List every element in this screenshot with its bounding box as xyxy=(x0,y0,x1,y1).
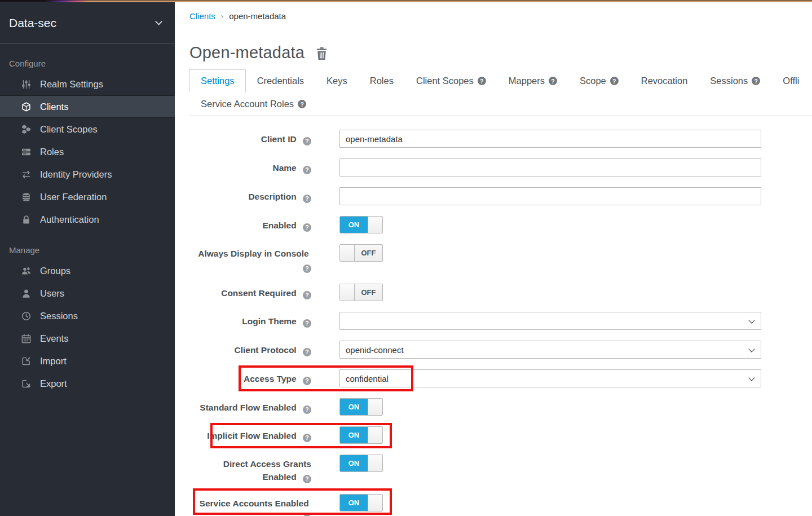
toggle-on-label: ON xyxy=(340,455,368,471)
tab-sessions[interactable]: Sessions? xyxy=(699,69,771,92)
settings-form: Client ID ?Name ?Description ?Enabled ?O… xyxy=(189,130,812,516)
tab-mappers[interactable]: Mappers? xyxy=(497,69,568,92)
field-control xyxy=(339,130,761,148)
field-label: Access Type ? xyxy=(189,369,311,385)
form-row-enabled: Enabled ?ON xyxy=(189,216,812,233)
select-value: confidential xyxy=(346,374,389,383)
sidebar-section-title: Configure xyxy=(9,59,175,68)
select-value: openid-connect xyxy=(346,345,404,355)
service-accounts-enabled-toggle[interactable]: ON xyxy=(339,494,383,511)
field-control: ON xyxy=(339,216,761,233)
form-row-service-accounts-enabled: Service Accounts Enabled ?ON xyxy=(189,494,812,516)
sidebar-item-sessions[interactable]: Sessions xyxy=(0,305,175,327)
cube-icon xyxy=(21,102,31,112)
tab-credentials[interactable]: Credentials xyxy=(246,69,315,92)
realm-selector[interactable]: Data-sec xyxy=(0,2,175,44)
sidebar-item-label: Authentication xyxy=(40,214,99,225)
field-label: Enabled ? xyxy=(189,216,311,232)
field-control: ON xyxy=(339,426,761,444)
toggle-on-label: ON xyxy=(340,495,368,511)
tab-label: Offli xyxy=(783,76,799,86)
sidebar-item-clients[interactable]: Clients xyxy=(0,95,175,118)
help-icon: ? xyxy=(303,319,311,328)
sidebar-item-label: Users xyxy=(40,288,64,299)
toggle-handle xyxy=(368,495,382,511)
consent-required-toggle[interactable]: OFF xyxy=(339,284,383,301)
form-row-description: Description ? xyxy=(189,187,812,205)
sidebar-item-realm-settings[interactable]: Realm Settings xyxy=(0,73,175,95)
field-control: ON xyxy=(339,398,761,416)
help-icon: ? xyxy=(752,77,760,85)
login-theme-select[interactable] xyxy=(339,312,761,330)
toggle-handle xyxy=(368,455,382,471)
always-display-in-console-toggle[interactable]: OFF xyxy=(339,244,383,262)
sidebar-item-label: Roles xyxy=(40,147,64,157)
tab-client-scopes[interactable]: Client Scopes? xyxy=(405,69,497,92)
sidebar-section-title: Manage xyxy=(9,245,175,255)
help-icon: ? xyxy=(303,348,311,356)
form-row-consent-required: Consent Required ?OFF xyxy=(189,284,812,301)
field-label-text: Access Type xyxy=(244,374,297,383)
sidebar-item-user-federation[interactable]: User Federation xyxy=(0,186,175,208)
toggle-handle xyxy=(368,217,382,233)
tab-offli[interactable]: Offli xyxy=(771,69,810,92)
form-row-client-id: Client ID ? xyxy=(189,130,812,148)
description-input[interactable] xyxy=(339,187,761,205)
direct-access-grants-enabled-toggle[interactable]: ON xyxy=(339,455,383,472)
sidebar-item-groups[interactable]: Groups xyxy=(0,259,175,282)
sidebar-item-label: Realm Settings xyxy=(40,79,103,90)
form-row-always-display-in-console: Always Display in Console ?OFF xyxy=(189,244,812,273)
tab-scope[interactable]: Scope? xyxy=(568,69,630,92)
form-row-client-protocol: Client Protocol ?openid-connect xyxy=(189,341,812,359)
help-icon: ? xyxy=(303,475,311,483)
sidebar-item-events[interactable]: Events xyxy=(0,327,175,350)
sidebar: Data-sec ConfigureRealm SettingsClientsC… xyxy=(0,2,175,516)
sidebar-item-import[interactable]: Import xyxy=(0,350,175,372)
client-protocol-select[interactable]: openid-connect xyxy=(339,341,761,359)
access-type-select[interactable]: confidential xyxy=(339,369,761,387)
field-label-text: Standard Flow Enabled xyxy=(200,403,296,412)
main-content: Clients › open-metadata Open-metadata Se… xyxy=(175,2,812,516)
tab-bar: SettingsCredentialsKeysRolesClient Scope… xyxy=(189,69,812,116)
help-icon: ? xyxy=(303,195,311,203)
sidebar-item-label: Events xyxy=(40,333,68,344)
browser-chrome-strip xyxy=(0,0,812,2)
field-label-text: Consent Required xyxy=(221,288,296,298)
standard-flow-enabled-toggle[interactable]: ON xyxy=(339,398,383,416)
sidebar-item-roles[interactable]: Roles xyxy=(0,140,175,163)
enabled-toggle[interactable]: ON xyxy=(339,216,383,233)
field-label-text: Login Theme xyxy=(242,316,296,326)
field-label: Standard Flow Enabled ? xyxy=(189,398,311,414)
field-control: OFF xyxy=(339,284,761,301)
field-label: Description ? xyxy=(189,187,311,203)
form-row-name: Name ? xyxy=(189,158,812,177)
sidebar-item-label: Clients xyxy=(40,102,68,112)
help-icon: ? xyxy=(478,77,486,85)
sidebar-item-client-scopes[interactable]: Client Scopes xyxy=(0,118,175,140)
tab-label: Credentials xyxy=(257,76,304,86)
breadcrumb: Clients › open-metadata xyxy=(189,2,812,21)
tab-settings[interactable]: Settings xyxy=(189,69,246,92)
implicit-flow-enabled-toggle[interactable]: ON xyxy=(339,426,383,444)
sidebar-item-users[interactable]: Users xyxy=(0,282,175,305)
sidebar-item-label: Import xyxy=(40,356,67,367)
toggle-handle xyxy=(340,245,355,261)
tab-service-account-roles[interactable]: Service Account Roles? xyxy=(189,92,317,116)
breadcrumb-clients-link[interactable]: Clients xyxy=(189,11,215,21)
trash-icon[interactable] xyxy=(316,47,328,60)
client-id-input[interactable] xyxy=(339,130,761,148)
help-icon: ? xyxy=(303,434,311,442)
toggle-off-label: OFF xyxy=(355,284,382,301)
form-row-standard-flow-enabled: Standard Flow Enabled ?ON xyxy=(189,398,812,416)
sidebar-item-identity-providers[interactable]: Identity Providers xyxy=(0,163,175,186)
name-input[interactable] xyxy=(339,158,761,177)
tab-roles[interactable]: Roles xyxy=(359,69,405,92)
sidebar-item-label: Export xyxy=(40,378,67,389)
tab-revocation[interactable]: Revocation xyxy=(630,69,699,92)
import-icon xyxy=(21,356,31,366)
chevron-down-icon xyxy=(748,346,754,352)
sidebar-item-authentication[interactable]: Authentication xyxy=(0,208,175,231)
tab-keys[interactable]: Keys xyxy=(315,69,359,92)
field-label: Client ID ? xyxy=(189,130,311,145)
sidebar-item-export[interactable]: Export xyxy=(0,372,175,395)
